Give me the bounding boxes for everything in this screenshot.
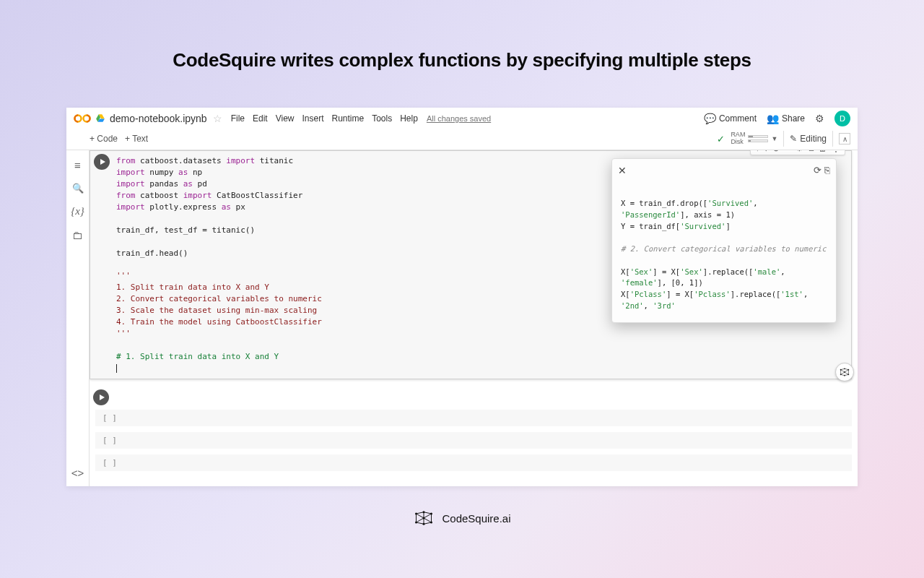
- toc-icon[interactable]: ≡: [74, 159, 81, 171]
- editing-mode[interactable]: ✎ Editing: [790, 134, 827, 144]
- comment-button[interactable]: 💬 Comment: [704, 113, 757, 124]
- link-icon[interactable]: ⊝: [772, 150, 780, 153]
- menu-insert[interactable]: Insert: [302, 113, 323, 124]
- share-label: Share: [782, 113, 805, 124]
- notebook-area: ↑ ↓ ⊝ ✉ ⚙ ⧉ 🗑 ⋮ from catboost.datasets i…: [90, 150, 858, 486]
- divider: [783, 131, 784, 147]
- settings-icon[interactable]: ⚙: [815, 113, 824, 124]
- pencil-icon: ✎: [790, 134, 797, 144]
- dropdown-caret-icon: ▼: [771, 135, 777, 142]
- code-cell[interactable]: [90, 387, 852, 404]
- run-button[interactable]: [93, 389, 109, 405]
- search-icon[interactable]: 🔍: [72, 183, 84, 194]
- suggestion-panel: ✕ ⟳ ⎘ X = train_df.drop(['Survived', 'Pa…: [611, 158, 837, 323]
- mirror-icon[interactable]: ⧉: [808, 150, 814, 153]
- menu-help[interactable]: Help: [400, 113, 418, 124]
- divider: [832, 131, 833, 147]
- disk-label: Disk: [731, 139, 745, 146]
- ram-disk-indicator[interactable]: RAM Disk ▼: [731, 131, 777, 146]
- variables-icon[interactable]: {x}: [71, 205, 84, 217]
- menu-file[interactable]: File: [231, 113, 245, 124]
- empty-cell[interactable]: [ ]: [95, 432, 852, 449]
- menu-view[interactable]: View: [276, 113, 295, 124]
- delete-icon[interactable]: 🗑: [819, 150, 827, 153]
- share-button[interactable]: 👥 Share: [767, 113, 805, 124]
- files-icon[interactable]: 🗀: [72, 229, 83, 241]
- move-down-icon[interactable]: ↓: [764, 150, 768, 153]
- cursor: [116, 364, 117, 373]
- avatar[interactable]: D: [834, 111, 850, 126]
- codesquire-logo-icon: [413, 509, 435, 527]
- footer-brand: CodeSquire.ai: [442, 512, 510, 525]
- settings-cell-icon[interactable]: ⚙: [796, 150, 803, 153]
- sidebar: ≡ 🔍 {x} 🗀 <>: [66, 150, 90, 486]
- codesquire-badge[interactable]: [835, 363, 854, 381]
- footer-logo: CodeSquire.ai: [0, 509, 924, 527]
- colab-window: demo-notebook.ipynb ☆ File Edit View Ins…: [66, 108, 858, 486]
- codesquire-icon: [839, 367, 850, 377]
- suggestion-body: X = train_df.drop(['Survived', 'Passenge…: [621, 198, 827, 312]
- empty-cell[interactable]: [ ]: [95, 410, 852, 426]
- copy-icon[interactable]: ⎘: [824, 163, 830, 178]
- header-right: 💬 Comment 👥 Share ⚙ D: [704, 111, 850, 126]
- colab-toolbar: + Code + Text ✓ RAM Disk ▼ ✎ Editing: [66, 128, 858, 150]
- comment-cell-icon[interactable]: ✉: [784, 150, 791, 153]
- notebook-name[interactable]: demo-notebook.ipynb: [110, 113, 207, 124]
- comment-label: Comment: [719, 113, 757, 124]
- save-status: All changes saved: [427, 114, 491, 123]
- move-up-icon[interactable]: ↑: [755, 150, 759, 153]
- collapse-button[interactable]: ∧: [839, 133, 850, 144]
- menu-tools[interactable]: Tools: [372, 113, 392, 124]
- more-icon[interactable]: ⋮: [832, 150, 840, 153]
- run-button[interactable]: [94, 154, 110, 170]
- colab-body: ≡ 🔍 {x} 🗀 <> ↑ ↓ ⊝ ✉ ⚙ ⧉ 🗑 ⋮: [66, 150, 858, 486]
- editing-label: Editing: [800, 134, 827, 144]
- cell-bracket: [ ]: [103, 436, 117, 445]
- colab-header: demo-notebook.ipynb ☆ File Edit View Ins…: [66, 108, 858, 128]
- drive-icon: [95, 113, 105, 124]
- menu-bar: File Edit View Insert Runtime Tools Help: [231, 113, 418, 124]
- hero-title: CodeSquire writes complex functions by s…: [0, 0, 924, 108]
- add-text-button[interactable]: + Text: [125, 134, 148, 144]
- add-code-button[interactable]: + Code: [90, 134, 118, 144]
- empty-cell[interactable]: [ ]: [95, 454, 852, 471]
- menu-runtime[interactable]: Runtime: [332, 113, 365, 124]
- comment-icon: 💬: [704, 113, 716, 124]
- refresh-icon[interactable]: ⟳: [814, 163, 821, 178]
- menu-edit[interactable]: Edit: [253, 113, 268, 124]
- suggestion-actions: ⟳ ⎘: [814, 163, 830, 178]
- code-cell-active[interactable]: ↑ ↓ ⊝ ✉ ⚙ ⧉ 🗑 ⋮ from catboost.datasets i…: [90, 150, 852, 379]
- star-icon[interactable]: ☆: [213, 113, 222, 124]
- cell-toolbar: ↑ ↓ ⊝ ✉ ⚙ ⧉ 🗑 ⋮: [750, 150, 845, 155]
- code-icon[interactable]: <>: [71, 467, 84, 479]
- colab-logo-icon: [74, 113, 91, 124]
- toolbar-right: ✓ RAM Disk ▼ ✎ Editing ∧: [717, 131, 850, 147]
- close-icon[interactable]: ✕: [618, 163, 627, 178]
- cell-gutter: [93, 154, 110, 170]
- cell-bracket: [ ]: [103, 413, 117, 423]
- share-icon: 👥: [767, 113, 779, 124]
- check-icon: ✓: [717, 134, 725, 144]
- cell-gutter: [92, 389, 110, 405]
- cell-bracket: [ ]: [103, 458, 117, 467]
